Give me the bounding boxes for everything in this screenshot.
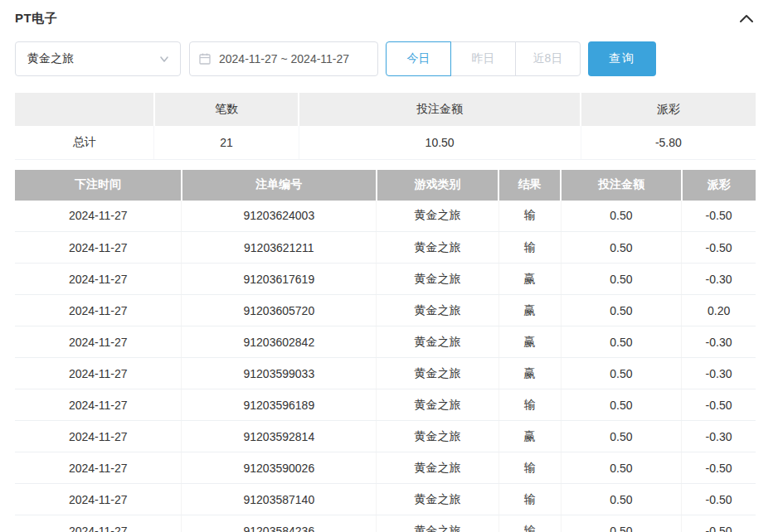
- summary-total-label: 总计: [15, 126, 154, 159]
- yesterday-button[interactable]: 昨日: [450, 41, 516, 76]
- payout-cell: -0.30: [682, 264, 756, 295]
- result-cell: 赢: [498, 326, 561, 358]
- payout-cell: -0.50: [682, 232, 756, 264]
- game-type-cell: 黄金之旅: [377, 452, 498, 484]
- payout-cell: -0.50: [682, 484, 756, 515]
- game-type-cell: 黄金之旅: [377, 295, 498, 326]
- game-type-cell: 黄金之旅: [377, 515, 498, 532]
- game-type-cell: 黄金之旅: [377, 389, 498, 421]
- summary-total-bet-amount: 10.50: [299, 126, 581, 159]
- summary-total-count: 21: [154, 126, 299, 159]
- order-id-cell: 91203624003: [182, 201, 377, 232]
- bet-table: 下注时间 注单编号 游戏类别 结果 投注金额 派彩 2024-11-279120…: [15, 170, 756, 532]
- page-title: PT电子: [15, 11, 57, 27]
- table-row: 2024-11-2791203621211黄金之旅输0.50-0.50: [15, 232, 756, 264]
- result-cell: 赢: [498, 421, 561, 452]
- last-8-days-button[interactable]: 近8日: [515, 41, 581, 76]
- bet-time-cell: 2024-11-27: [15, 358, 182, 389]
- bet-amount-cell: 0.50: [561, 389, 682, 421]
- order-id-cell: 91203596189: [182, 389, 377, 421]
- chevron-down-icon: [158, 53, 170, 65]
- summary-table: 笔数 投注金额 派彩 总计 21 10.50 -5.80: [15, 93, 756, 160]
- bet-time-cell: 2024-11-27: [15, 389, 182, 421]
- table-row: 2024-11-2791203584236黄金之旅输0.50-0.50: [15, 515, 756, 532]
- result-cell: 输: [498, 515, 561, 532]
- game-select-value: 黄金之旅: [27, 51, 74, 66]
- bet-time-cell: 2024-11-27: [15, 515, 182, 532]
- summary-header-empty: [15, 93, 154, 126]
- game-type-cell: 黄金之旅: [377, 326, 498, 358]
- filter-bar: 黄金之旅 2024-11-27 ~ 2024-11-27 今日 昨日 近8日 查…: [15, 41, 756, 76]
- result-cell: 赢: [498, 295, 561, 326]
- summary-total-row: 总计 21 10.50 -5.80: [15, 126, 756, 159]
- bet-table-header-row: 下注时间 注单编号 游戏类别 结果 投注金额 派彩: [15, 170, 756, 201]
- bet-amount-cell: 0.50: [561, 326, 682, 358]
- bet-amount-cell: 0.50: [561, 421, 682, 452]
- order-id-cell: 91203584236: [182, 515, 377, 532]
- payout-cell: -0.30: [682, 326, 756, 358]
- header-result: 结果: [498, 170, 561, 201]
- bet-amount-cell: 0.50: [561, 201, 682, 232]
- collapse-button[interactable]: [737, 12, 756, 25]
- result-cell: 输: [498, 201, 561, 232]
- bet-time-cell: 2024-11-27: [15, 484, 182, 515]
- bet-time-cell: 2024-11-27: [15, 264, 182, 295]
- panel-header: PT电子: [15, 7, 756, 30]
- header-game-type: 游戏类别: [377, 170, 498, 201]
- order-id-cell: 91203602842: [182, 326, 377, 358]
- table-row: 2024-11-2791203596189黄金之旅输0.50-0.50: [15, 389, 756, 421]
- result-cell: 输: [498, 232, 561, 264]
- date-range-input[interactable]: 2024-11-27 ~ 2024-11-27: [189, 41, 378, 76]
- bet-time-cell: 2024-11-27: [15, 295, 182, 326]
- summary-header-bet-amount: 投注金额: [299, 93, 581, 126]
- header-order-id: 注单编号: [182, 170, 377, 201]
- payout-cell: -0.50: [682, 515, 756, 532]
- chevron-up-icon: [739, 13, 754, 23]
- payout-cell: -0.50: [682, 389, 756, 421]
- result-cell: 输: [498, 484, 561, 515]
- bet-amount-cell: 0.50: [561, 452, 682, 484]
- payout-cell: -0.50: [682, 201, 756, 232]
- result-cell: 赢: [498, 358, 561, 389]
- calendar-icon: [198, 52, 212, 65]
- game-type-cell: 黄金之旅: [377, 232, 498, 264]
- result-cell: 输: [498, 389, 561, 421]
- game-select[interactable]: 黄金之旅: [15, 41, 181, 76]
- order-id-cell: 91203599033: [182, 358, 377, 389]
- payout-cell: -0.30: [682, 358, 756, 389]
- summary-total-payout: -5.80: [581, 126, 756, 159]
- today-button[interactable]: 今日: [386, 41, 451, 76]
- game-type-cell: 黄金之旅: [377, 358, 498, 389]
- payout-cell: 0.20: [682, 295, 756, 326]
- date-range-value: 2024-11-27 ~ 2024-11-27: [219, 52, 349, 65]
- header-payout: 派彩: [682, 170, 756, 201]
- bet-amount-cell: 0.50: [561, 515, 682, 532]
- table-row: 2024-11-2791203617619黄金之旅赢0.50-0.30: [15, 264, 756, 295]
- bet-amount-cell: 0.50: [561, 358, 682, 389]
- bet-time-cell: 2024-11-27: [15, 201, 182, 232]
- bet-time-cell: 2024-11-27: [15, 421, 182, 452]
- bet-time-cell: 2024-11-27: [15, 326, 182, 358]
- game-type-cell: 黄金之旅: [377, 201, 498, 232]
- table-row: 2024-11-2791203587140黄金之旅输0.50-0.50: [15, 484, 756, 515]
- order-id-cell: 91203617619: [182, 264, 377, 295]
- table-row: 2024-11-2791203599033黄金之旅赢0.50-0.30: [15, 358, 756, 389]
- bet-amount-cell: 0.50: [561, 264, 682, 295]
- payout-cell: -0.50: [682, 452, 756, 484]
- result-cell: 赢: [498, 264, 561, 295]
- bet-amount-cell: 0.50: [561, 484, 682, 515]
- order-id-cell: 91203587140: [182, 484, 377, 515]
- table-row: 2024-11-2791203592814黄金之旅赢0.50-0.30: [15, 421, 756, 452]
- order-id-cell: 91203592814: [182, 421, 377, 452]
- header-bet-time: 下注时间: [15, 170, 182, 201]
- bet-amount-cell: 0.50: [561, 232, 682, 264]
- bet-time-cell: 2024-11-27: [15, 232, 182, 264]
- search-button[interactable]: 查询: [588, 41, 656, 76]
- order-id-cell: 91203590026: [182, 452, 377, 484]
- bet-time-cell: 2024-11-27: [15, 452, 182, 484]
- summary-header-row: 笔数 投注金额 派彩: [15, 93, 756, 126]
- game-type-cell: 黄金之旅: [377, 484, 498, 515]
- order-id-cell: 91203605720: [182, 295, 377, 326]
- quick-range-group: 今日 昨日 近8日: [386, 41, 581, 76]
- table-row: 2024-11-2791203624003黄金之旅输0.50-0.50: [15, 201, 756, 232]
